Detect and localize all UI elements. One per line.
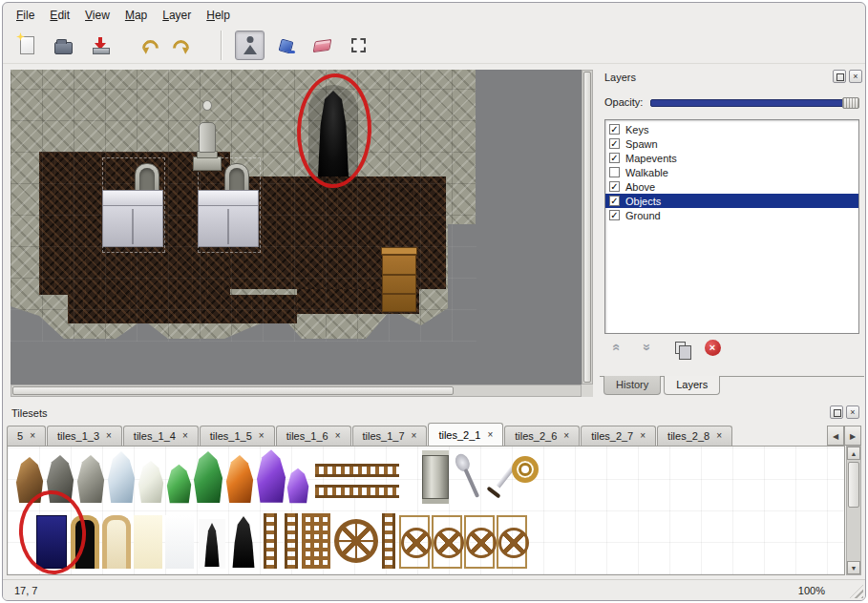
tile-coil[interactable]: [512, 456, 539, 483]
tileset-tab-tiles_2_7[interactable]: tiles_2_7×: [581, 426, 656, 446]
tile-pale1[interactable]: [134, 515, 162, 569]
tileset-tab-tiles_1_4[interactable]: tiles_1_4×: [123, 426, 199, 446]
tile-door-light[interactable]: [102, 515, 131, 569]
tile-navy[interactable]: [36, 515, 67, 569]
menu-edit[interactable]: Edit: [42, 5, 77, 26]
tile-track-cross[interactable]: [302, 513, 330, 569]
tileset-tab-tiles_1_6[interactable]: tiles_1_6×: [276, 426, 351, 446]
tile-wheelx[interactable]: [399, 515, 430, 569]
tab-close-icon[interactable]: ×: [182, 431, 188, 441]
open-file-button[interactable]: [49, 31, 78, 60]
tile-crystal-purple-sm[interactable]: [286, 468, 309, 504]
slider-handle[interactable]: [842, 97, 859, 109]
float-panel-button[interactable]: [833, 70, 846, 83]
tile-crystal-purple[interactable]: [256, 448, 286, 504]
fill-tool-button[interactable]: [271, 31, 301, 60]
scroll-down-icon[interactable]: ▼: [847, 561, 860, 574]
tileset-vertical-scrollbar[interactable]: ▲ ▼: [846, 446, 861, 575]
menu-layer[interactable]: Layer: [155, 5, 199, 26]
tab-close-icon[interactable]: ×: [716, 431, 722, 441]
float-panel-button[interactable]: [830, 405, 843, 419]
layer-checkbox[interactable]: ✓: [609, 124, 620, 135]
tile-sword[interactable]: [483, 450, 512, 502]
tile-door-dark[interactable]: [71, 515, 99, 569]
select-tool-button[interactable]: [344, 31, 373, 60]
tab-close-icon[interactable]: ×: [259, 431, 265, 441]
menu-map[interactable]: Map: [117, 5, 155, 26]
tile-track-h[interactable]: [315, 485, 399, 498]
tile-rock-gray[interactable]: [76, 454, 105, 504]
tile-pale2[interactable]: [165, 515, 194, 569]
tile-track-v[interactable]: [285, 513, 298, 569]
scroll-tabs-right-button[interactable]: ▶: [844, 426, 861, 446]
tileset-tab-tiles_2_1[interactable]: tiles_2_1×: [428, 423, 503, 446]
eraser-tool-button[interactable]: [307, 31, 337, 60]
tileset-tab-tiles_2_8[interactable]: tiles_2_8×: [657, 426, 732, 446]
tileset-tab-tiles_1_3[interactable]: tiles_1_3×: [47, 426, 122, 446]
tile-crystal-orange[interactable]: [225, 454, 254, 504]
map-vertical-scrollbar[interactable]: [582, 70, 593, 385]
tab-close-icon[interactable]: ×: [487, 430, 493, 440]
tileset-tab-tiles_1_5[interactable]: tiles_1_5×: [200, 426, 275, 446]
layer-row-ground[interactable]: ✓Ground: [605, 208, 858, 222]
tile-track-v[interactable]: [382, 513, 395, 569]
layer-row-keys[interactable]: ✓Keys: [605, 122, 858, 136]
tileset-palette[interactable]: [7, 446, 845, 575]
layer-checkbox[interactable]: ✓: [609, 138, 620, 149]
scrollbar-handle[interactable]: [848, 462, 859, 508]
tile-wheel[interactable]: [334, 519, 378, 563]
redo-button[interactable]: [169, 31, 199, 60]
tab-close-icon[interactable]: ×: [106, 431, 112, 441]
scrollbar-handle[interactable]: [12, 386, 454, 395]
map-canvas[interactable]: [11, 70, 582, 385]
close-panel-button[interactable]: ×: [846, 405, 859, 419]
tile-track-v[interactable]: [264, 513, 277, 569]
layer-row-above[interactable]: ✓Above: [605, 179, 858, 194]
tile-track-h[interactable]: [315, 464, 399, 477]
layer-checkbox[interactable]: ✓: [609, 210, 620, 220]
menu-view[interactable]: View: [77, 5, 117, 26]
new-file-button[interactable]: [12, 31, 42, 60]
opacity-slider[interactable]: [650, 96, 859, 109]
tile-hood-lg[interactable]: [229, 515, 258, 569]
map-horizontal-scrollbar[interactable]: [11, 385, 582, 397]
delete-layer-button[interactable]: ×: [703, 338, 722, 357]
tab-close-icon[interactable]: ×: [412, 431, 417, 441]
scroll-up-icon[interactable]: ▲: [847, 447, 860, 460]
tile-rock-gray-dark[interactable]: [46, 454, 74, 504]
tile-crystal-green[interactable]: [193, 450, 223, 504]
tab-close-icon[interactable]: ×: [30, 431, 35, 441]
tile-wheelx[interactable]: [432, 515, 462, 569]
tile-wheelx[interactable]: [464, 515, 495, 569]
menu-help[interactable]: Help: [199, 5, 238, 26]
tileset-tab-tiles_2_6[interactable]: tiles_2_6×: [504, 426, 580, 446]
tab-history[interactable]: History: [603, 376, 661, 395]
tileset-tab-5[interactable]: 5×: [7, 426, 46, 446]
tile-wheelx[interactable]: [497, 515, 527, 569]
stamp-tool-button[interactable]: [235, 31, 265, 60]
tile-rock-brown[interactable]: [15, 456, 44, 504]
tile-hood-sm[interactable]: [199, 519, 225, 569]
layer-row-walkable[interactable]: Walkable: [605, 165, 858, 179]
resize-grip[interactable]: [850, 585, 863, 598]
layer-checkbox[interactable]: ✓: [609, 196, 620, 206]
menu-file[interactable]: File: [9, 5, 42, 26]
tile-crystal-white[interactable]: [138, 460, 164, 504]
save-file-button[interactable]: [85, 31, 115, 60]
close-panel-button[interactable]: ×: [849, 70, 862, 83]
layer-row-spawn[interactable]: ✓Spawn: [605, 136, 858, 151]
tab-close-icon[interactable]: ×: [335, 431, 341, 441]
move-layer-up-button[interactable]: »: [605, 338, 625, 357]
tile-column[interactable]: [422, 450, 449, 504]
tile-crystal-ice[interactable]: [107, 450, 136, 504]
layer-row-mapevents[interactable]: ✓Mapevents: [605, 151, 858, 165]
scroll-tabs-left-button[interactable]: ◀: [827, 426, 844, 446]
tile-crystal-green-sm[interactable]: [166, 464, 192, 504]
scrollbar-handle[interactable]: [583, 72, 591, 383]
undo-button[interactable]: [133, 31, 162, 60]
tileset-tab-tiles_1_7[interactable]: tiles_1_7×: [352, 426, 428, 446]
layer-checkbox[interactable]: ✓: [609, 181, 620, 192]
move-layer-down-button[interactable]: »: [638, 338, 657, 357]
layer-row-objects[interactable]: ✓Objects: [605, 194, 858, 208]
tab-close-icon[interactable]: ×: [640, 431, 646, 441]
